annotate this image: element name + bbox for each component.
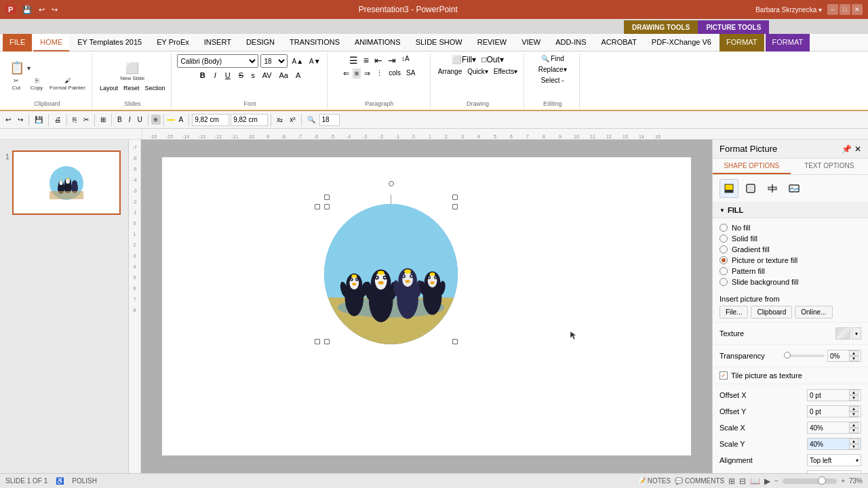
picture-tools-tab[interactable]: PICTURE TOOLS xyxy=(698,20,769,34)
section-button[interactable]: Section xyxy=(142,84,167,92)
columns-button[interactable]: cols xyxy=(387,68,403,79)
indent-decrease-button[interactable]: ⇤ xyxy=(372,54,384,66)
tab-text-options[interactable]: TEXT OPTIONS xyxy=(791,159,869,174)
quick-access-undo[interactable]: ↩ xyxy=(36,5,47,15)
change-case-button[interactable]: Aa xyxy=(276,70,290,80)
tab-format-picture[interactable]: FORMAT xyxy=(766,34,810,52)
window-close[interactable]: ✕ xyxy=(852,4,863,15)
char-spacing-button[interactable]: AV xyxy=(260,70,275,80)
handle-mid-right[interactable] xyxy=(452,195,458,200)
font-name-dropdown[interactable]: Calibri (Body) xyxy=(177,54,258,68)
alignment-dropdown[interactable]: Top left ▾ xyxy=(807,454,861,466)
tab-pdf-change[interactable]: PDF-XChange V6 xyxy=(645,34,718,52)
underline-button[interactable]: U xyxy=(222,70,234,81)
drawing-tools-tab[interactable]: DRAWING TOOLS xyxy=(624,20,698,34)
numbering-button[interactable]: ≡ xyxy=(361,54,371,66)
smartart-button[interactable]: SA xyxy=(404,68,417,79)
reset-button[interactable]: Reset xyxy=(121,84,142,92)
slide-canvas[interactable] xyxy=(162,157,691,455)
indent-increase-button[interactable]: ⇥ xyxy=(386,54,398,66)
size-icon-btn[interactable] xyxy=(763,179,782,198)
shape-highlight-btn[interactable] xyxy=(167,119,175,121)
tab-file[interactable]: FILE xyxy=(3,34,32,52)
cut-toolbar-btn[interactable]: ✂ xyxy=(81,115,92,125)
shape-height-input[interactable] xyxy=(231,114,268,126)
offset-x-input[interactable]: 0 pt ▲▼ xyxy=(807,389,861,401)
effects-icon-btn[interactable] xyxy=(741,179,760,198)
format-painter-button[interactable]: 🖌 Format Painter xyxy=(47,77,87,92)
file-btn[interactable]: File... xyxy=(719,306,748,319)
scale-y-input[interactable]: 40% ▲▼ xyxy=(807,438,861,450)
font-color-toolbar-btn[interactable]: A xyxy=(176,115,186,125)
zoom-slider-btn[interactable]: 🔍 xyxy=(304,115,318,125)
handle-bottom-left[interactable] xyxy=(324,339,330,344)
window-minimize[interactable]: – xyxy=(827,4,838,15)
comments-btn[interactable]: 💬 COMMENTS xyxy=(675,477,724,485)
superscript-btn[interactable]: x² xyxy=(287,115,298,125)
paste-button[interactable]: 📋 ▾ xyxy=(7,60,87,75)
slide-layout-btn[interactable]: ⊞ xyxy=(98,115,108,125)
texture-dropdown-btn[interactable]: ▾ xyxy=(852,327,861,340)
copy-toolbar-btn[interactable]: ⎘ xyxy=(70,115,79,125)
tab-home[interactable]: HOME xyxy=(33,34,69,52)
fill-section-header[interactable]: ▼ FILL xyxy=(713,203,868,218)
radio-solid-fill[interactable]: Solid fill xyxy=(719,233,861,244)
select-button[interactable]: Select - xyxy=(539,76,566,85)
offset-y-input[interactable]: 0 pt ▲▼ xyxy=(807,405,861,418)
cut-button[interactable]: ✂ Cut xyxy=(7,77,26,92)
handle-bottom-right[interactable] xyxy=(452,339,458,344)
quick-access-save[interactable]: 💾 xyxy=(20,5,35,15)
copy-button[interactable]: ⎘ Copy xyxy=(27,77,46,92)
offset-y-down[interactable]: ▼ xyxy=(849,411,859,417)
transparency-up[interactable]: ▲ xyxy=(849,350,859,356)
tile-checkbox[interactable]: ✓ xyxy=(719,371,728,380)
tab-design[interactable]: DESIGN xyxy=(239,34,281,52)
handle-mid-left[interactable] xyxy=(324,195,330,200)
text-formatting-btn3[interactable]: U xyxy=(134,115,144,125)
scale-y-down[interactable]: ▼ xyxy=(849,444,859,449)
tab-view[interactable]: VIEW xyxy=(515,34,547,52)
undo-toolbar-btn[interactable]: ↩ xyxy=(3,115,14,125)
slide-thumbnail[interactable] xyxy=(12,150,121,215)
tile-checkbox-row[interactable]: ✓ Tile picture as texture xyxy=(719,370,861,381)
radio-no-fill[interactable]: No fill xyxy=(719,222,861,233)
shape-fill-button[interactable]: ⬜Fill▾ xyxy=(450,54,478,65)
view-reading-btn[interactable]: 📖 xyxy=(750,476,760,486)
tab-ey-proex[interactable]: EY ProEx xyxy=(150,34,196,52)
zoom-out-btn[interactable]: − xyxy=(774,477,778,485)
offset-x-up[interactable]: ▲ xyxy=(849,390,859,395)
tab-insert[interactable]: INSERT xyxy=(197,34,238,52)
new-slide-button[interactable]: ⬜ New Slide xyxy=(98,60,167,83)
accessibility-btn[interactable]: ♿ xyxy=(56,477,64,485)
tab-add-ins[interactable]: ADD-INS xyxy=(549,34,593,52)
scale-x-down[interactable]: ▼ xyxy=(849,428,859,433)
tab-ey-templates[interactable]: EY Templates 2015 xyxy=(71,34,149,52)
view-normal-btn[interactable]: ⊞ xyxy=(728,476,735,486)
text-direction-button[interactable]: ↕A xyxy=(399,54,412,66)
save-toolbar-btn[interactable]: 💾 xyxy=(32,115,45,125)
find-button[interactable]: 🔍 Find xyxy=(539,54,566,63)
quick-styles-button[interactable]: Quick▾ xyxy=(465,67,490,76)
arrange-button[interactable]: Arrange xyxy=(436,67,465,76)
font-size-toolbar-input[interactable] xyxy=(319,114,340,126)
shadow-button[interactable]: s xyxy=(248,70,258,80)
texture-preview[interactable] xyxy=(835,327,850,340)
print-toolbar-btn[interactable]: 🖨 xyxy=(52,115,64,125)
clipboard-btn[interactable]: Clipboard xyxy=(751,306,792,319)
increase-font-button[interactable]: A▲ xyxy=(290,57,305,66)
online-btn[interactable]: Online... xyxy=(795,306,832,319)
tab-acrobat[interactable]: ACROBAT xyxy=(595,34,644,52)
text-formatting-btn2[interactable]: I xyxy=(126,115,134,125)
transparency-slider[interactable] xyxy=(784,354,825,357)
justify-button[interactable]: ⋮ xyxy=(374,68,385,79)
font-size-dropdown[interactable]: 18 xyxy=(260,54,288,68)
view-presentation-btn[interactable]: ▶ xyxy=(764,476,770,486)
canvas-area[interactable] xyxy=(141,140,712,473)
font-color-button[interactable]: A xyxy=(293,70,303,80)
align-center-toolbar[interactable]: ≡ xyxy=(151,115,161,125)
zoom-slider[interactable] xyxy=(783,479,837,484)
view-slide-sorter-btn[interactable]: ⊟ xyxy=(739,476,746,486)
scale-x-input[interactable]: 40% ▲▼ xyxy=(807,422,861,434)
subscript-btn[interactable]: x₂ xyxy=(274,115,285,125)
scale-y-up[interactable]: ▲ xyxy=(849,439,859,444)
